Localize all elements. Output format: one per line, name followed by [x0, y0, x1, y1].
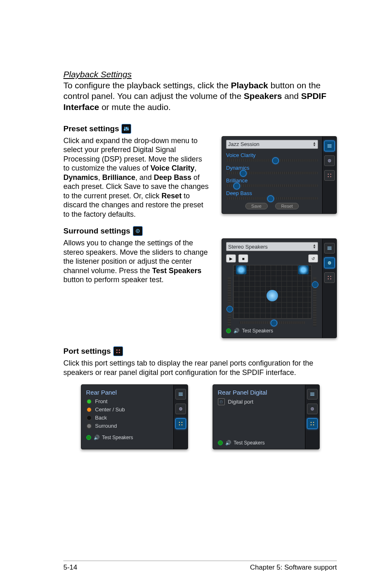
port-heading-label: Port settings — [63, 347, 111, 356]
test-speakers-button[interactable]: 🔊 Test Speakers — [218, 440, 300, 446]
side-tab-surround[interactable] — [175, 404, 186, 414]
port-label: Digital port — [228, 399, 253, 405]
side-tab-port[interactable] — [324, 170, 335, 181]
side-tab-surround[interactable] — [324, 155, 335, 166]
panel-title: Rear Panel Digital — [218, 389, 300, 396]
port-label: Surround — [95, 423, 117, 429]
speaker-icon: 🔊 — [94, 435, 100, 440]
svg-point-24 — [328, 278, 329, 280]
deep-bass-slider[interactable] — [226, 197, 318, 200]
port-center-sub[interactable]: Center / Sub — [86, 406, 168, 413]
preset-body: Click and expand the drop-down menu to s… — [63, 136, 210, 219]
svg-point-3 — [124, 129, 126, 130]
svg-point-38 — [181, 424, 182, 426]
surround-dropdown-value: Stereo Speakers — [228, 244, 268, 250]
slider-label: Dynamics — [226, 165, 318, 171]
status-dot-icon — [86, 435, 91, 440]
svg-point-13 — [328, 176, 329, 177]
svg-point-26 — [117, 350, 118, 351]
rear-panel-analog: Rear Panel Front Center / Sub Back Surro… — [81, 384, 188, 449]
reset-button[interactable]: Reset — [275, 203, 299, 209]
test-speakers-label: Test Speakers — [242, 328, 273, 334]
t: Dynamics — [63, 173, 98, 182]
t: Test Speakers — [152, 267, 202, 275]
side-tab-port[interactable] — [175, 418, 186, 429]
port-digital[interactable]: □ Digital port — [218, 398, 300, 405]
side-tab-equalizer[interactable] — [324, 141, 335, 151]
svg-point-47 — [313, 424, 314, 426]
voice-clarity-slider[interactable] — [226, 159, 318, 162]
speaker-left-icon — [236, 265, 247, 274]
play-button[interactable]: ▶ — [226, 254, 236, 263]
updown-icon: ▲▼ — [313, 142, 316, 147]
svg-point-34 — [180, 408, 181, 409]
preset-heading-label: Preset settings — [63, 124, 119, 133]
port-front[interactable]: Front — [86, 398, 168, 404]
t: To configure the playback settings, clic… — [63, 81, 231, 90]
side-tab-surround[interactable] — [307, 404, 318, 414]
side-tab-port[interactable] — [324, 272, 335, 283]
t: , and — [135, 173, 154, 182]
t: or mute the audio. — [99, 102, 171, 112]
svg-point-11 — [328, 173, 329, 175]
port-back[interactable]: Back — [86, 415, 168, 421]
svg-point-35 — [179, 422, 180, 423]
surround-body: Allows you to change the settings of the… — [63, 238, 210, 285]
port-body: Click this port settings tab to display … — [63, 359, 337, 377]
t: Reset — [161, 192, 182, 200]
svg-point-23 — [330, 276, 332, 277]
side-tab-port[interactable] — [307, 418, 318, 429]
test-speakers-label: Test Speakers — [102, 435, 133, 440]
surround-dropdown[interactable]: Stereo Speakers ▲▼ — [226, 242, 318, 251]
reset-position-button[interactable]: ↺ — [308, 254, 318, 263]
t: Deep Bass — [154, 173, 191, 182]
svg-point-44 — [310, 422, 312, 423]
slider-label: Brilliance — [226, 177, 318, 184]
brilliance-slider[interactable] — [226, 184, 318, 187]
svg-point-12 — [330, 173, 332, 175]
side-tab-equalizer[interactable] — [175, 389, 186, 399]
svg-point-25 — [330, 278, 332, 280]
status-dot-icon — [226, 328, 231, 333]
save-button[interactable]: Save — [245, 203, 268, 209]
left-volume-slider[interactable] — [228, 277, 231, 326]
listener-dot[interactable] — [267, 290, 278, 301]
slider-label: Deep Bass — [226, 190, 318, 196]
panel-title: Rear Panel — [86, 389, 168, 396]
equalizer-icon — [121, 124, 131, 134]
t: Speakers — [244, 91, 282, 101]
t: , — [195, 164, 197, 172]
side-tab-equalizer[interactable] — [324, 243, 335, 254]
jack-black-icon — [86, 415, 92, 421]
t: Brilliance — [102, 173, 135, 182]
svg-point-10 — [329, 160, 330, 161]
preset-dropdown-value: Jazz Session — [228, 141, 260, 147]
test-speakers-button[interactable]: 🔊 Test Speakers — [226, 328, 318, 334]
surround-heading-label: Surround settings — [63, 227, 130, 236]
section-title: Playback Settings — [63, 70, 337, 79]
side-tab-equalizer[interactable] — [307, 389, 318, 399]
jack-grey-icon — [86, 423, 92, 429]
balance-slider[interactable] — [240, 321, 305, 324]
stop-button[interactable]: ■ — [238, 254, 248, 263]
t: button to perform speaker test. — [63, 276, 164, 284]
svg-point-45 — [313, 422, 314, 423]
section-intro: To configure the playback settings, clic… — [63, 80, 337, 112]
port-surround[interactable]: Surround — [86, 423, 168, 429]
side-tab-surround[interactable] — [324, 258, 335, 268]
dynamics-slider[interactable] — [226, 172, 318, 174]
right-volume-slider[interactable] — [313, 277, 316, 326]
port-label: Center / Sub — [95, 406, 125, 413]
svg-point-27 — [119, 350, 120, 351]
listener-grid[interactable] — [233, 265, 312, 319]
test-speakers-button[interactable]: 🔊 Test Speakers — [86, 435, 168, 440]
jack-orange-icon — [86, 407, 92, 413]
svg-point-4 — [126, 127, 127, 128]
svg-point-36 — [181, 422, 182, 423]
port-label: Back — [95, 415, 107, 421]
svg-point-22 — [328, 276, 329, 277]
chapter-label: Chapter 5: Software support — [250, 563, 337, 572]
preset-dropdown[interactable]: Jazz Session ▲▼ — [226, 140, 318, 149]
speaker-right-icon — [298, 265, 309, 274]
preset-heading: Preset settings — [63, 124, 337, 134]
